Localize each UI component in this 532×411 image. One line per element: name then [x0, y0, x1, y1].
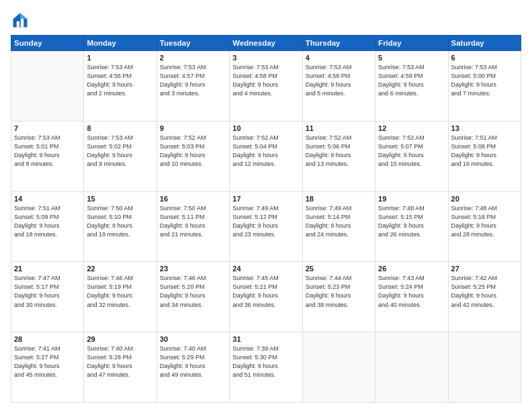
- day-info: Sunrise: 7:46 AMSunset: 5:20 PMDaylight:…: [160, 274, 226, 309]
- calendar-week-1: 7Sunrise: 7:53 AMSunset: 5:01 PMDaylight…: [11, 121, 521, 191]
- calendar-cell: 13Sunrise: 7:51 AMSunset: 5:08 PMDayligh…: [448, 121, 521, 191]
- day-number: 9: [160, 124, 226, 132]
- day-number: 10: [232, 124, 299, 132]
- day-number: 6: [451, 54, 518, 62]
- calendar-cell: 3Sunrise: 7:53 AMSunset: 4:58 PMDaylight…: [230, 51, 302, 122]
- calendar-cell: 12Sunrise: 7:52 AMSunset: 5:07 PMDayligh…: [375, 121, 448, 191]
- day-info: Sunrise: 7:52 AMSunset: 5:04 PMDaylight:…: [232, 134, 299, 169]
- day-number: 7: [14, 124, 81, 132]
- calendar-cell: 2Sunrise: 7:53 AMSunset: 4:57 PMDaylight…: [157, 51, 229, 122]
- calendar-cell: 18Sunrise: 7:49 AMSunset: 5:14 PMDayligh…: [302, 191, 375, 262]
- day-number: 3: [232, 54, 299, 62]
- calendar-cell: 29Sunrise: 7:40 AMSunset: 5:28 PMDayligh…: [84, 332, 157, 403]
- weekday-wednesday: Wednesday: [230, 36, 302, 51]
- day-number: 25: [306, 265, 372, 273]
- calendar-cell: 1Sunrise: 7:53 AMSunset: 4:56 PMDaylight…: [84, 51, 157, 122]
- calendar-cell: 16Sunrise: 7:50 AMSunset: 5:11 PMDayligh…: [157, 191, 229, 262]
- calendar-cell: [375, 332, 448, 403]
- calendar-cell: 4Sunrise: 7:53 AMSunset: 4:58 PMDaylight…: [302, 51, 375, 122]
- calendar-cell: 17Sunrise: 7:49 AMSunset: 5:12 PMDayligh…: [230, 191, 302, 262]
- day-number: 17: [232, 195, 299, 203]
- day-number: 8: [87, 124, 153, 132]
- calendar-cell: 24Sunrise: 7:45 AMSunset: 5:21 PMDayligh…: [230, 262, 302, 332]
- day-number: 22: [87, 265, 153, 273]
- calendar-cell: 7Sunrise: 7:53 AMSunset: 5:01 PMDaylight…: [11, 121, 84, 191]
- day-info: Sunrise: 7:51 AMSunset: 5:08 PMDaylight:…: [451, 134, 518, 169]
- calendar-cell: 11Sunrise: 7:52 AMSunset: 5:06 PMDayligh…: [302, 121, 375, 191]
- day-info: Sunrise: 7:40 AMSunset: 5:29 PMDaylight:…: [160, 345, 226, 379]
- day-info: Sunrise: 7:53 AMSunset: 4:56 PMDaylight:…: [87, 63, 153, 98]
- calendar-week-3: 21Sunrise: 7:47 AMSunset: 5:17 PMDayligh…: [11, 262, 521, 332]
- day-info: Sunrise: 7:53 AMSunset: 5:02 PMDaylight:…: [87, 134, 153, 169]
- day-info: Sunrise: 7:52 AMSunset: 5:03 PMDaylight:…: [160, 134, 226, 169]
- weekday-header-row: SundayMondayTuesdayWednesdayThursdayFrid…: [11, 36, 521, 51]
- day-info: Sunrise: 7:41 AMSunset: 5:27 PMDaylight:…: [14, 345, 81, 379]
- svg-rect-3: [21, 19, 24, 27]
- calendar-cell: 10Sunrise: 7:52 AMSunset: 5:04 PMDayligh…: [230, 121, 302, 191]
- calendar-cell: 23Sunrise: 7:46 AMSunset: 5:20 PMDayligh…: [157, 262, 229, 332]
- day-info: Sunrise: 7:48 AMSunset: 5:15 PMDaylight:…: [378, 204, 445, 239]
- day-info: Sunrise: 7:53 AMSunset: 4:58 PMDaylight:…: [232, 63, 299, 98]
- calendar-cell: 26Sunrise: 7:43 AMSunset: 5:24 PMDayligh…: [375, 262, 448, 332]
- calendar-cell: 21Sunrise: 7:47 AMSunset: 5:17 PMDayligh…: [11, 262, 84, 332]
- calendar-cell: 25Sunrise: 7:44 AMSunset: 5:23 PMDayligh…: [302, 262, 375, 332]
- day-number: 30: [160, 335, 226, 343]
- day-info: Sunrise: 7:48 AMSunset: 5:16 PMDaylight:…: [451, 204, 518, 239]
- calendar-cell: 19Sunrise: 7:48 AMSunset: 5:15 PMDayligh…: [375, 191, 448, 262]
- calendar-cell: 6Sunrise: 7:53 AMSunset: 5:00 PMDaylight…: [448, 51, 521, 122]
- day-info: Sunrise: 7:53 AMSunset: 4:57 PMDaylight:…: [160, 63, 226, 98]
- calendar-cell: [11, 51, 84, 122]
- calendar-cell: [302, 332, 375, 403]
- svg-marker-1: [20, 13, 28, 19]
- day-info: Sunrise: 7:40 AMSunset: 5:28 PMDaylight:…: [87, 345, 153, 379]
- calendar-cell: 20Sunrise: 7:48 AMSunset: 5:16 PMDayligh…: [448, 191, 521, 262]
- calendar-cell: 30Sunrise: 7:40 AMSunset: 5:29 PMDayligh…: [157, 332, 229, 403]
- calendar-cell: [448, 332, 521, 403]
- day-info: Sunrise: 7:53 AMSunset: 5:00 PMDaylight:…: [451, 63, 518, 98]
- weekday-tuesday: Tuesday: [157, 36, 229, 51]
- day-number: 19: [378, 195, 445, 203]
- calendar-cell: 5Sunrise: 7:53 AMSunset: 4:59 PMDaylight…: [375, 51, 448, 122]
- day-info: Sunrise: 7:53 AMSunset: 4:59 PMDaylight:…: [378, 63, 445, 98]
- day-info: Sunrise: 7:51 AMSunset: 5:09 PMDaylight:…: [14, 204, 81, 239]
- day-info: Sunrise: 7:52 AMSunset: 5:06 PMDaylight:…: [306, 134, 372, 169]
- weekday-saturday: Saturday: [448, 36, 521, 51]
- calendar-cell: 22Sunrise: 7:46 AMSunset: 5:19 PMDayligh…: [84, 262, 157, 332]
- day-number: 4: [306, 54, 372, 62]
- day-info: Sunrise: 7:46 AMSunset: 5:19 PMDaylight:…: [87, 274, 153, 309]
- day-info: Sunrise: 7:53 AMSunset: 4:58 PMDaylight:…: [306, 63, 372, 98]
- day-info: Sunrise: 7:49 AMSunset: 5:14 PMDaylight:…: [306, 204, 372, 239]
- day-number: 15: [87, 195, 153, 203]
- day-number: 16: [160, 195, 226, 203]
- day-number: 14: [14, 195, 81, 203]
- day-number: 1: [87, 54, 153, 62]
- day-number: 26: [378, 265, 445, 273]
- weekday-sunday: Sunday: [11, 36, 84, 51]
- svg-rect-2: [17, 21, 19, 28]
- calendar-cell: 28Sunrise: 7:41 AMSunset: 5:27 PMDayligh…: [11, 332, 84, 403]
- day-info: Sunrise: 7:39 AMSunset: 5:30 PMDaylight:…: [232, 345, 299, 379]
- day-number: 18: [306, 195, 372, 203]
- calendar-cell: 8Sunrise: 7:53 AMSunset: 5:02 PMDaylight…: [84, 121, 157, 191]
- day-number: 28: [14, 335, 81, 343]
- weekday-thursday: Thursday: [302, 36, 375, 51]
- calendar-cell: 14Sunrise: 7:51 AMSunset: 5:09 PMDayligh…: [11, 191, 84, 262]
- day-info: Sunrise: 7:45 AMSunset: 5:21 PMDaylight:…: [232, 274, 299, 309]
- day-number: 13: [451, 124, 518, 132]
- weekday-friday: Friday: [375, 36, 448, 51]
- day-info: Sunrise: 7:47 AMSunset: 5:17 PMDaylight:…: [14, 274, 81, 309]
- day-number: 24: [232, 265, 299, 273]
- calendar-cell: 27Sunrise: 7:42 AMSunset: 5:25 PMDayligh…: [448, 262, 521, 332]
- calendar-cell: 9Sunrise: 7:52 AMSunset: 5:03 PMDaylight…: [157, 121, 229, 191]
- day-info: Sunrise: 7:44 AMSunset: 5:23 PMDaylight:…: [306, 274, 372, 309]
- day-number: 21: [14, 265, 81, 273]
- day-number: 12: [378, 124, 445, 132]
- day-info: Sunrise: 7:50 AMSunset: 5:10 PMDaylight:…: [87, 204, 153, 239]
- calendar-week-4: 28Sunrise: 7:41 AMSunset: 5:27 PMDayligh…: [11, 332, 521, 403]
- day-number: 11: [306, 124, 372, 132]
- logo: [11, 11, 32, 30]
- weekday-monday: Monday: [84, 36, 157, 51]
- day-number: 29: [87, 335, 153, 343]
- day-info: Sunrise: 7:50 AMSunset: 5:11 PMDaylight:…: [160, 204, 226, 239]
- header: [11, 11, 521, 30]
